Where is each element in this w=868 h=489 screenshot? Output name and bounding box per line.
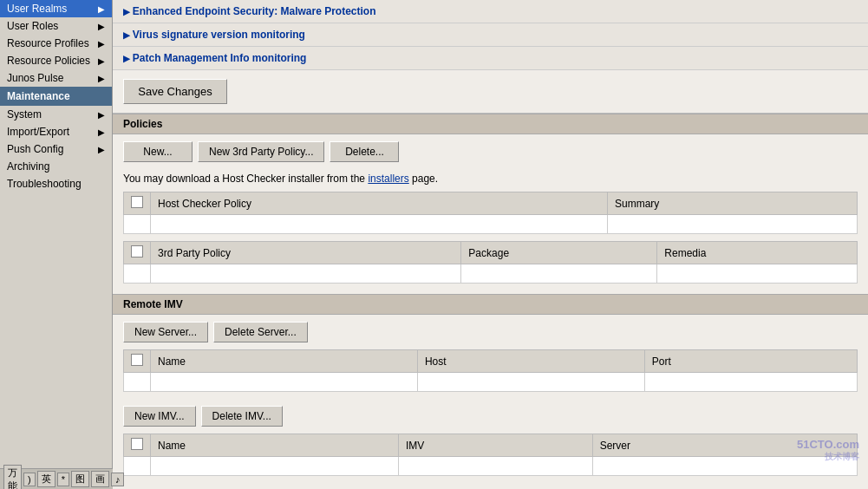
taskbar-item-star[interactable]: *	[57, 473, 69, 486]
info-text: You may download a Host Checker installe…	[113, 169, 868, 192]
checkbox-icon	[131, 438, 143, 450]
imv-button-row: New IMV... Delete IMV...	[113, 399, 868, 434]
empty-cell	[398, 457, 592, 476]
chevron-right-icon: ▶	[98, 22, 105, 31]
collapsible-header-1[interactable]: Enhanced Endpoint Security: Malware Prot…	[113, 0, 868, 23]
empty-cell	[151, 457, 399, 476]
server-button-row: New Server... Delete Server...	[113, 315, 868, 349]
table-row	[124, 373, 858, 392]
chevron-right-icon: ▶	[98, 74, 105, 83]
third-party-table-wrapper: 3rd Party Policy Package Remedia	[113, 241, 868, 290]
chevron-right-icon: ▶	[98, 145, 105, 154]
empty-cell	[124, 215, 151, 234]
remote-imv-section-label: Remote IMV	[113, 294, 868, 315]
taskbar-item-mic[interactable]: ♪	[111, 473, 125, 486]
empty-cell	[592, 457, 857, 476]
taskbar-item-moon[interactable]: )	[23, 473, 36, 486]
sidebar-item-label: Archiving	[7, 160, 49, 173]
empty-cell	[124, 457, 151, 476]
collapsible-title-2: Virus signature version monitoring	[133, 29, 305, 41]
empty-cell	[151, 264, 461, 284]
checkbox-icon	[131, 245, 143, 258]
sidebar-item-junos-pulse[interactable]: Junos Pulse ▶	[0, 69, 112, 87]
sidebar-item-resource-profiles[interactable]: Resource Profiles ▶	[0, 35, 112, 52]
imv-col-imv: IMV	[398, 434, 592, 457]
third-party-col-checkbox	[124, 242, 151, 264]
save-changes-button[interactable]: Save Changes	[123, 79, 227, 104]
sidebar-item-archiving[interactable]: Archiving	[0, 158, 112, 175]
new-imv-button[interactable]: New IMV...	[123, 406, 196, 427]
sidebar: User Realms ▶ User Roles ▶ Resource Prof…	[0, 0, 113, 489]
sidebar-item-label: User Roles	[7, 20, 58, 32]
sidebar-item-label: System	[7, 108, 42, 121]
new-server-button[interactable]: New Server...	[123, 322, 208, 342]
policies-label-text: Policies	[123, 118, 162, 130]
collapsible-section-2: Virus signature version monitoring	[113, 23, 868, 47]
sidebar-item-resource-policies[interactable]: Resource Policies ▶	[0, 52, 112, 69]
chevron-right-icon: ▶	[98, 4, 105, 14]
host-checker-table: Host Checker Policy Summary	[123, 192, 858, 234]
sidebar-item-label: User Realms	[7, 3, 67, 15]
taskbar-item-paint[interactable]: 画	[91, 471, 109, 487]
server-table: Name Host Port	[123, 349, 858, 392]
table-row	[124, 264, 858, 284]
collapsible-section-1: Enhanced Endpoint Security: Malware Prot…	[113, 0, 868, 23]
empty-cell	[417, 373, 644, 392]
sidebar-item-label: Troubleshooting	[7, 178, 82, 190]
sidebar-item-label: Resource Profiles	[7, 37, 89, 49]
host-checker-col-summary: Summary	[607, 192, 857, 215]
new-policy-button[interactable]: New...	[123, 141, 193, 162]
imv-table-wrapper: Name IMV Server	[113, 434, 868, 483]
sidebar-item-label: Resource Policies	[7, 55, 90, 67]
imv-col-name: Name	[151, 434, 399, 457]
new-3rd-party-policy-button[interactable]: New 3rd Party Policy...	[198, 141, 324, 162]
sidebar-item-label: Import/Export	[7, 126, 69, 138]
host-checker-col-policy: Host Checker Policy	[151, 192, 608, 215]
table-row	[124, 215, 858, 234]
info-after: page.	[409, 173, 438, 185]
info-before: You may download a Host Checker installe…	[123, 173, 368, 185]
chevron-right-icon: ▶	[98, 39, 105, 49]
empty-cell	[124, 373, 151, 392]
sidebar-item-label: Push Config	[7, 143, 63, 155]
chevron-right-icon: ▶	[98, 56, 105, 66]
collapsible-header-2[interactable]: Virus signature version monitoring	[113, 23, 868, 47]
third-party-col-policy: 3rd Party Policy	[151, 242, 461, 264]
installers-link[interactable]: installers	[368, 173, 408, 185]
delete-policy-button[interactable]: Delete...	[330, 141, 399, 162]
sidebar-item-user-roles[interactable]: User Roles ▶	[0, 17, 112, 35]
sidebar-item-system[interactable]: System ▶	[0, 106, 112, 123]
server-col-name: Name	[151, 350, 418, 373]
collapsible-title-1: Enhanced Endpoint Security: Malware Prot…	[133, 5, 376, 17]
collapsible-header-3[interactable]: Patch Management Info monitoring	[113, 47, 868, 70]
chevron-right-icon: ▶	[98, 127, 105, 137]
delete-imv-button[interactable]: Delete IMV...	[201, 406, 283, 427]
main-content: Enhanced Endpoint Security: Malware Prot…	[113, 0, 868, 489]
chevron-right-icon: ▶	[98, 110, 105, 120]
delete-server-button[interactable]: Delete Server...	[213, 322, 308, 342]
sidebar-item-user-realms[interactable]: User Realms ▶	[0, 0, 112, 17]
host-checker-col-checkbox	[124, 192, 151, 215]
third-party-col-remedia: Remedia	[657, 242, 858, 264]
taskbar-item-network[interactable]: 图	[71, 471, 89, 487]
sidebar-item-import-export[interactable]: Import/Export ▶	[0, 123, 112, 140]
third-party-table: 3rd Party Policy Package Remedia	[123, 241, 858, 284]
imv-col-server: Server	[592, 434, 857, 457]
collapsible-section-3: Patch Management Info monitoring	[113, 47, 868, 70]
sidebar-item-maintenance[interactable]: Maintenance	[0, 87, 112, 106]
taskbar-item-english[interactable]: 英	[37, 471, 55, 487]
table-row	[124, 457, 858, 476]
policies-button-row: New... New 3rd Party Policy... Delete...	[113, 134, 868, 169]
empty-cell	[124, 264, 151, 284]
taskbar-item-wanneng[interactable]: 万能	[3, 465, 22, 490]
third-party-col-package: Package	[461, 242, 657, 264]
sidebar-item-push-config[interactable]: Push Config ▶	[0, 140, 112, 158]
sidebar-item-troubleshooting[interactable]: Troubleshooting	[0, 175, 112, 192]
server-col-host: Host	[417, 350, 644, 373]
empty-cell	[644, 373, 857, 392]
empty-cell	[151, 373, 418, 392]
policies-section-label: Policies	[113, 114, 868, 134]
collapsible-title-3: Patch Management Info monitoring	[133, 52, 307, 64]
remote-imv-label-text: Remote IMV	[123, 298, 183, 310]
empty-cell	[657, 264, 858, 284]
